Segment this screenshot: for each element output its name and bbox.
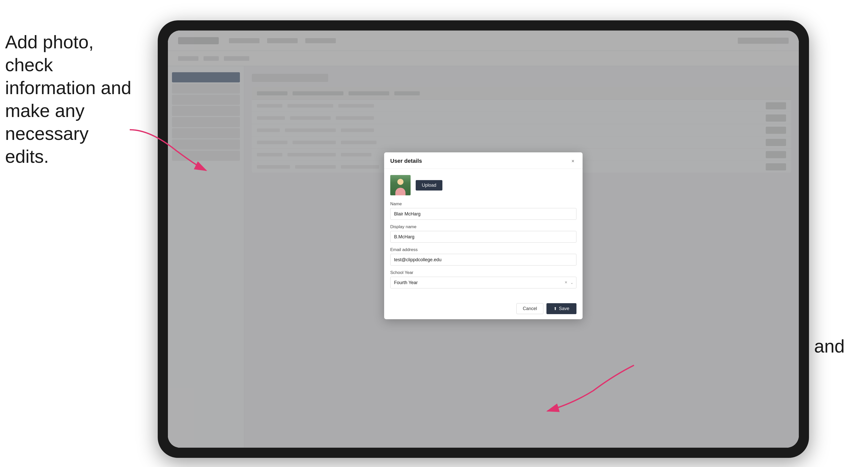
user-details-modal: User details × Upload Name xyxy=(384,152,583,319)
school-year-field-group: School Year × ⌄ xyxy=(390,270,577,288)
profile-photo-image xyxy=(390,175,411,195)
display-name-field-group: Display name xyxy=(390,224,577,243)
email-field-group: Email address xyxy=(390,247,577,266)
email-label: Email address xyxy=(390,247,577,252)
annotation-left-text: Add photo, checkinformation andmake anyn… xyxy=(5,32,131,166)
save-button-label: Save xyxy=(559,306,569,311)
name-input[interactable] xyxy=(390,208,577,220)
school-year-clear-icon[interactable]: × xyxy=(564,280,567,285)
profile-photo-thumbnail xyxy=(390,175,411,195)
annotation-arrow-left xyxy=(125,125,211,176)
tablet-screen: User details × Upload Name xyxy=(168,31,799,448)
school-year-input[interactable] xyxy=(390,277,577,288)
school-year-select-wrapper: × ⌄ xyxy=(390,277,577,288)
save-icon: ⬆ xyxy=(554,306,557,311)
name-label: Name xyxy=(390,201,577,207)
upload-photo-button[interactable]: Upload xyxy=(416,180,442,190)
modal-title: User details xyxy=(390,158,422,164)
modal-footer: Cancel ⬆ Save xyxy=(384,299,583,319)
display-name-input[interactable] xyxy=(390,231,577,243)
display-name-label: Display name xyxy=(390,224,577,229)
annotation-arrow-right xyxy=(537,360,639,416)
annotation-left: Add photo, checkinformation andmake anyn… xyxy=(5,31,137,168)
save-button[interactable]: ⬆ Save xyxy=(547,303,577,314)
school-year-label: School Year xyxy=(390,270,577,275)
school-year-arrow-icon[interactable]: ⌄ xyxy=(570,281,574,285)
modal-header: User details × xyxy=(384,152,583,169)
cancel-button[interactable]: Cancel xyxy=(517,303,544,314)
modal-close-button[interactable]: × xyxy=(569,157,577,164)
modal-body: Upload Name Display name Email addre xyxy=(384,169,583,299)
tablet-device: User details × Upload Name xyxy=(158,20,809,458)
modal-overlay: User details × Upload Name xyxy=(168,31,799,448)
photo-section: Upload xyxy=(390,175,577,195)
email-input[interactable] xyxy=(390,254,577,266)
name-field-group: Name xyxy=(390,201,577,220)
